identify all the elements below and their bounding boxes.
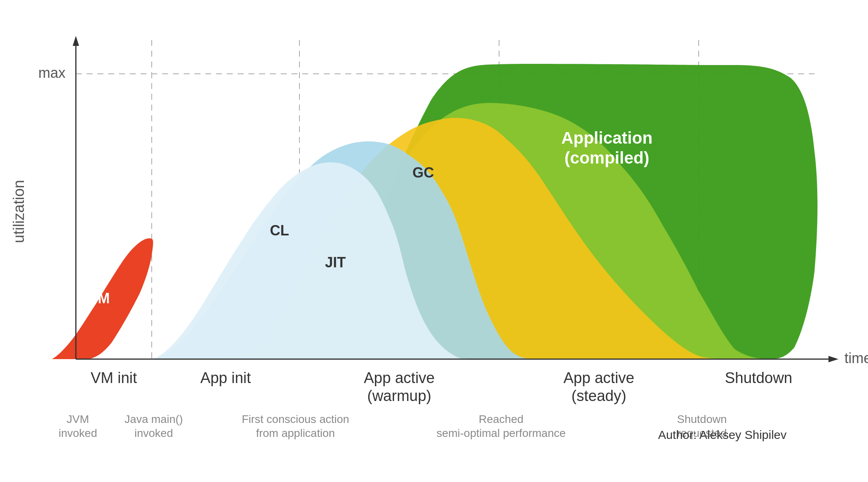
component-label-gc: GC [412, 164, 434, 181]
phase-label-shutdown: Shutdown [725, 369, 792, 386]
x-axis-label: time [844, 350, 868, 366]
phase-label-vm-init: VM init [91, 369, 137, 386]
phase-label-app-steady-2: (steady) [571, 387, 626, 404]
phase-label-app-warmup: App active [364, 369, 434, 386]
phase-label-app-warmup-2: (warmup) [367, 387, 431, 404]
component-label-app: Application [561, 128, 653, 147]
sublabel-shutdown: Shutdown [677, 413, 727, 425]
component-label-vm: VM [88, 290, 110, 306]
sublabel-semi-optimal: Reached [479, 413, 523, 425]
component-label-app-2: (compiled) [565, 148, 649, 167]
y-max-label: max [38, 65, 65, 81]
chart-container: utilization time max VM init App init Ap… [0, 0, 868, 482]
y-axis-label: utilization [10, 180, 27, 243]
sublabel-java-main: Java main() [125, 413, 183, 425]
component-label-cl: CL [270, 222, 289, 239]
sublabel-first-action: First conscious action [242, 413, 349, 425]
author-label: Author: Aleksey Shipilev [658, 428, 787, 441]
component-label-jit: JIT [325, 254, 346, 271]
sublabel-first-action-2: from application [256, 427, 335, 439]
phase-label-app-steady: App active [563, 369, 634, 386]
phase-label-app-init: App init [200, 369, 251, 386]
sublabel-java-main-2: invoked [135, 427, 173, 439]
sublabel-semi-optimal-2: semi-optimal performance [436, 427, 566, 439]
sublabel-jvm-invoked: JVM [67, 413, 89, 425]
sublabel-jvm-invoked-2: invoked [59, 427, 97, 439]
